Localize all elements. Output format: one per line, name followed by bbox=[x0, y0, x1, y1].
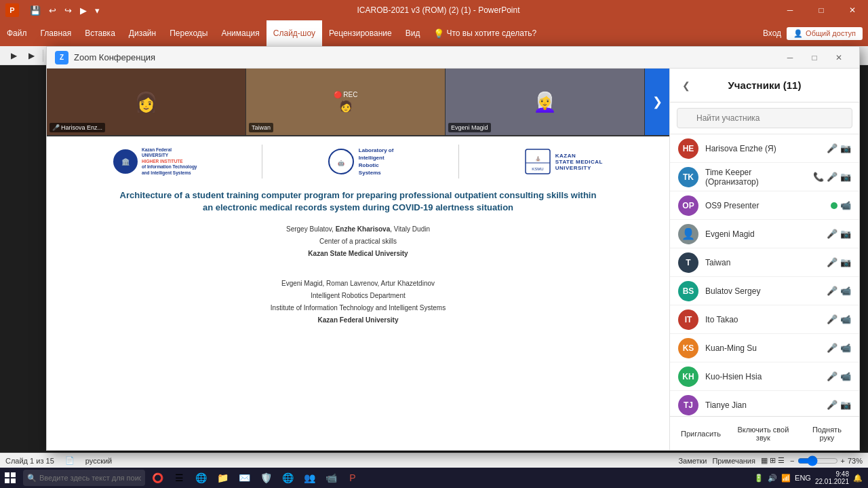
taskbar-clock[interactable]: 9:48 22.01.2021 bbox=[815, 470, 849, 485]
zoom-maximize[interactable]: □ bbox=[802, 49, 827, 67]
mic-icon-bulatov: 🎤 bbox=[827, 286, 837, 296]
video-next-btn[interactable]: ❯ bbox=[645, 69, 669, 135]
taskbar-defender[interactable]: 🛡️ bbox=[256, 468, 275, 487]
ribbon-transitions[interactable]: Переходы bbox=[163, 20, 214, 46]
zoom-window: Z Zoom Конференция ─ □ ✕ 👩 🎤 Harisova En… bbox=[46, 46, 860, 451]
name-taiwan: Taiwan bbox=[705, 258, 820, 267]
avatar-timekeeper: TK bbox=[678, 167, 698, 187]
language-indicator: русский bbox=[85, 457, 112, 465]
lirs-text: Laboratory ofIntelligentRoboticSystems bbox=[359, 147, 394, 177]
zoom-minimize[interactable]: ─ bbox=[778, 49, 802, 67]
present-btn[interactable]: ▶ bbox=[77, 4, 90, 17]
slide-authors-group2: Evgeni Magid, Roman Lavrenov, Artur Khaz… bbox=[97, 274, 619, 331]
logo-ksmu: ⛪ KSMU KAZANSTATE MEDICALUNIVERSITY bbox=[524, 148, 603, 175]
zoom-close[interactable]: ✕ bbox=[827, 49, 851, 67]
undo-btn[interactable]: ↩ bbox=[46, 4, 59, 17]
current-slide-btn[interactable]: ▶ bbox=[23, 48, 39, 63]
ribbon-animations[interactable]: Анимация bbox=[214, 20, 266, 46]
taskbar-pinned-apps: ⭕ ☰ 🌐 📁 ✉️ 🛡️ 🌐 👥 📹 P bbox=[148, 468, 362, 487]
ribbon-file[interactable]: Файл bbox=[0, 20, 34, 46]
logo-divider1 bbox=[262, 145, 262, 179]
taskbar-powerpoint[interactable]: P bbox=[343, 468, 362, 487]
share-btn[interactable]: 👤 Общий доступ bbox=[787, 27, 863, 40]
slide-content-area: 🏛️ Kazan FederalUNIVERSITYHIGHER INSTITU… bbox=[47, 136, 669, 450]
comments-btn[interactable]: Примечания bbox=[712, 457, 755, 465]
mic-icon-ito: 🎤 bbox=[827, 314, 837, 324]
taskbar-edge2[interactable]: 🌐 bbox=[278, 468, 297, 487]
cam-icon-timekeeper: 📷 bbox=[840, 172, 851, 182]
unmute-btn[interactable]: Включить свой звук bbox=[726, 423, 800, 445]
zoom-in-btn[interactable]: + bbox=[841, 457, 845, 465]
pp-titlebar-left: P 💾 ↩ ↪ ▶ ▾ bbox=[0, 3, 102, 17]
taskbar-explorer[interactable]: 📁 bbox=[213, 468, 232, 487]
start-btn[interactable] bbox=[0, 468, 20, 488]
avatar-os9: OP bbox=[678, 195, 698, 216]
zoom-out-btn[interactable]: − bbox=[790, 457, 794, 465]
taskbar-notification[interactable]: 🔔 bbox=[853, 474, 863, 483]
ribbon-review[interactable]: Рецензирование bbox=[322, 20, 399, 46]
zoom-logo: Z bbox=[55, 51, 68, 64]
taskbar-lang[interactable]: ENG bbox=[795, 474, 811, 482]
notes-btn[interactable]: Заметки bbox=[678, 457, 707, 465]
name-kuan: Kuan-Ming Su bbox=[705, 343, 820, 353]
svg-text:⛪: ⛪ bbox=[534, 155, 540, 162]
participant-bulatov: BS Bulatov Sergey 🎤 📹 bbox=[670, 277, 859, 305]
maximize-btn[interactable]: □ bbox=[806, 0, 837, 20]
taskbar-right: 🔋 🔊 📶 ENG 9:48 22.01.2021 🔔 bbox=[754, 470, 868, 485]
svg-text:KSMU: KSMU bbox=[532, 167, 543, 171]
avatar-tianye: TJ bbox=[678, 395, 698, 415]
ksmu-icon: ⛪ KSMU bbox=[524, 148, 551, 175]
participant-evgeni: 👤 Evgeni Magid 🎤 📷 bbox=[670, 220, 859, 248]
participants-list: HE Harisova Enzhe (Я) 🎤 📷 TK Time Keeper… bbox=[670, 134, 859, 416]
zoom-title: Zoom Конференция bbox=[74, 52, 772, 62]
invite-btn[interactable]: Пригласить bbox=[675, 427, 726, 440]
slide-info: Слайд 1 из 15 bbox=[5, 457, 54, 465]
signin-btn[interactable]: Вход bbox=[763, 29, 781, 38]
customize-btn[interactable]: ▾ bbox=[92, 4, 102, 17]
icons-os9: 📹 bbox=[831, 200, 851, 210]
powerpoint-icon: P bbox=[5, 3, 19, 17]
taskbar-teams[interactable]: 👥 bbox=[300, 468, 319, 487]
ribbon-design[interactable]: Дизайн bbox=[122, 20, 163, 46]
svg-text:🤖: 🤖 bbox=[338, 159, 344, 166]
participants-search-input[interactable] bbox=[677, 108, 852, 128]
authors-line3: Kazan State Medical University bbox=[97, 248, 619, 260]
mic-icon-harisova: 🎤 bbox=[827, 143, 837, 153]
start-slideshow-btn[interactable]: ▶ bbox=[5, 48, 22, 63]
slide-authors-group1: Sergey Bulatov, Enzhe Kharisova, Vitaly … bbox=[97, 219, 619, 264]
pp-ribbon: Файл Главная Вставка Дизайн Переходы Ани… bbox=[0, 20, 868, 46]
collapse-panel-btn[interactable]: ❮ bbox=[678, 77, 694, 94]
logo-divider2 bbox=[458, 145, 459, 179]
ribbon-right: Вход 👤 Общий доступ bbox=[763, 27, 868, 40]
taskbar-search-input[interactable] bbox=[39, 474, 141, 482]
avatar-harisova: HE bbox=[678, 138, 698, 159]
svg-rect-7 bbox=[11, 472, 16, 477]
ribbon-view[interactable]: Вид bbox=[399, 20, 427, 46]
save-btn[interactable]: 💾 bbox=[27, 4, 43, 17]
taskbar-time-display: 9:48 bbox=[836, 470, 849, 478]
zoom-slider[interactable] bbox=[797, 455, 838, 466]
minimize-btn[interactable]: ─ bbox=[774, 0, 806, 20]
taskbar-edge[interactable]: 🌐 bbox=[191, 468, 210, 487]
taskbar-zoom[interactable]: 📹 bbox=[321, 468, 340, 487]
slide-inner: 🏛️ Kazan FederalUNIVERSITYHIGHER INSTITU… bbox=[97, 136, 619, 450]
icons-harisova: 🎤 📷 bbox=[827, 143, 851, 153]
slide-title: Architecture of a student training compu… bbox=[97, 184, 619, 219]
close-btn[interactable]: ✕ bbox=[837, 0, 868, 20]
raise-hand-btn[interactable]: Поднять руку bbox=[800, 423, 854, 445]
taskbar-cortana[interactable]: ⭕ bbox=[148, 468, 167, 487]
taskbar-taskview[interactable]: ☰ bbox=[170, 468, 189, 487]
taskbar-mail[interactable]: ✉️ bbox=[235, 468, 254, 487]
logo-lirs: 🤖 Laboratory ofIntelligentRoboticSystems bbox=[328, 147, 394, 177]
redo-btn[interactable]: ↪ bbox=[62, 4, 75, 17]
ribbon-home[interactable]: Главная bbox=[34, 20, 79, 46]
mic-icon-kuan: 🎤 bbox=[827, 343, 837, 353]
ribbon-insert[interactable]: Вставка bbox=[78, 20, 122, 46]
ribbon-help[interactable]: 💡 Что вы хотите сделать? bbox=[427, 20, 543, 46]
zoom-body: 👩 🎤 Harisova Enz... 🔴 REC 🧑 Taiwan bbox=[47, 69, 859, 450]
ribbon-slideshow[interactable]: Слайд-шоу bbox=[267, 20, 322, 46]
avatar-kuo: KH bbox=[678, 367, 698, 387]
taskbar-search-bar[interactable]: 🔍 bbox=[23, 470, 145, 486]
taskbar-battery: 🔋 bbox=[754, 474, 764, 483]
cam-icon-harisova: 📷 bbox=[840, 143, 851, 153]
